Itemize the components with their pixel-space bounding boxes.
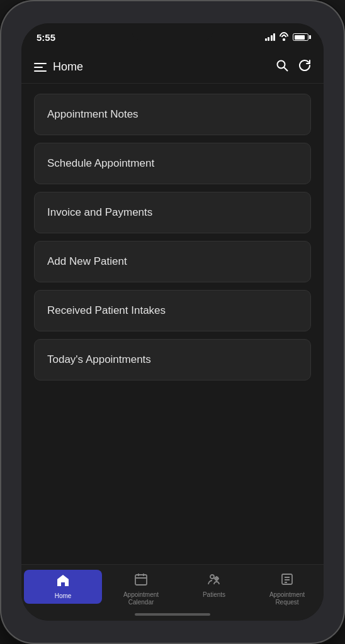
menu-item-add-new-patient[interactable]: Add New Patient xyxy=(34,241,311,282)
menu-item-invoice-payments[interactable]: Invoice and Payments xyxy=(34,192,311,233)
menu-item-schedule-appointment[interactable]: Schedule Appointment xyxy=(34,143,311,184)
tab-bar: HomeAppointment CalendarPatientsAppointm… xyxy=(21,564,324,621)
header-title: Home xyxy=(53,60,276,74)
tab-item-appointment-request[interactable]: Appointment Request xyxy=(251,570,324,609)
menu-item-label-appointment-notes: Appointment Notes xyxy=(47,108,139,120)
svg-rect-1 xyxy=(34,67,43,68)
tab-label-home: Home xyxy=(55,592,72,600)
tab-label-patients: Patients xyxy=(203,591,225,599)
status-icons xyxy=(265,33,309,41)
tab-label-appointment-calendar: Appointment Calendar xyxy=(123,591,159,606)
menu-item-label-invoice-payments: Invoice and Payments xyxy=(47,206,152,218)
home-indicator xyxy=(135,613,210,616)
status-time: 5:55 xyxy=(37,32,55,43)
menu-item-label-add-new-patient: Add New Patient xyxy=(47,255,127,267)
tab-label-appointment-request: Appointment Request xyxy=(269,591,305,606)
tab-item-home[interactable]: Home xyxy=(24,570,102,604)
refresh-icon[interactable] xyxy=(298,59,311,75)
tab-item-patients[interactable]: Patients xyxy=(178,570,251,601)
phone-frame: 5:55 xyxy=(0,0,345,644)
svg-rect-0 xyxy=(34,63,47,64)
menu-item-label-received-patient-intakes: Received Patient Intakes xyxy=(47,304,166,316)
signal-icon xyxy=(265,33,276,41)
menu-icon[interactable] xyxy=(34,61,47,74)
tab-item-appointment-calendar[interactable]: Appointment Calendar xyxy=(105,570,178,609)
svg-line-4 xyxy=(284,67,288,71)
battery-icon xyxy=(293,33,308,41)
svg-point-9 xyxy=(210,575,214,579)
menu-item-label-todays-appointments: Today's Appointments xyxy=(47,353,151,365)
svg-point-3 xyxy=(278,61,285,69)
phone-screen: 5:55 xyxy=(21,23,324,621)
svg-rect-2 xyxy=(34,70,47,72)
app-header: Home xyxy=(21,51,324,84)
menu-item-todays-appointments[interactable]: Today's Appointments xyxy=(34,339,311,380)
tab-icon-appointment-calendar xyxy=(134,572,148,589)
header-actions xyxy=(276,59,311,75)
menu-item-label-schedule-appointment: Schedule Appointment xyxy=(47,157,154,169)
tab-icon-patients xyxy=(207,572,221,589)
tab-icon-appointment-request xyxy=(280,572,294,589)
tab-icon-home xyxy=(56,574,70,590)
menu-item-received-patient-intakes[interactable]: Received Patient Intakes xyxy=(34,290,311,331)
search-icon[interactable] xyxy=(276,59,288,75)
main-content: Appointment NotesSchedule AppointmentInv… xyxy=(21,84,324,564)
svg-rect-5 xyxy=(135,575,147,585)
wifi-icon xyxy=(279,33,289,41)
menu-item-appointment-notes[interactable]: Appointment Notes xyxy=(34,94,311,135)
notch xyxy=(132,23,213,41)
